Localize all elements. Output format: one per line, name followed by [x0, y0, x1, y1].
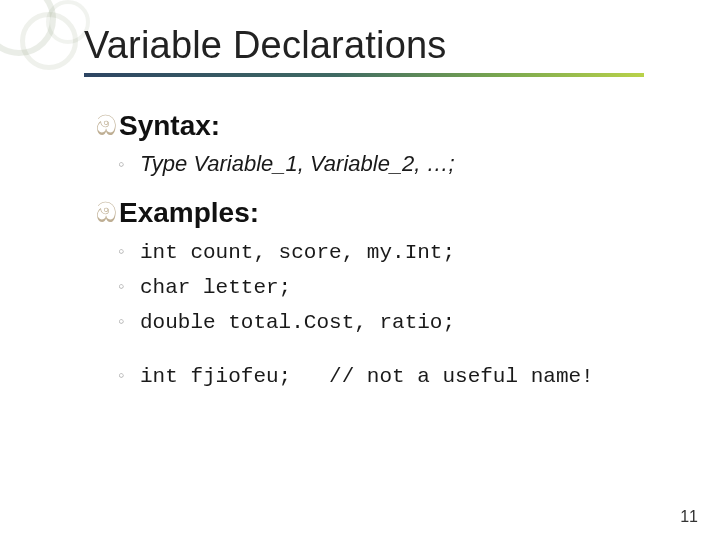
- example-line: ◦double total.Cost, ratio;: [118, 306, 680, 337]
- title-underline: [84, 73, 644, 77]
- sub-bullet-icon: ◦: [118, 274, 132, 299]
- sub-bullet-icon: ◦: [118, 239, 132, 264]
- example-code: double total.Cost, ratio;: [140, 311, 455, 334]
- example-bad-code: int fjiofeu;: [140, 365, 291, 388]
- heading-examples: ඔExamples:: [96, 197, 680, 230]
- sub-bullet-icon: ◦: [118, 152, 132, 176]
- example-code: char letter;: [140, 276, 291, 299]
- bullet-swirl-icon: ඔ: [96, 110, 117, 141]
- sub-bullet-icon: ◦: [118, 363, 132, 388]
- bullet-swirl-icon: ඔ: [96, 197, 117, 228]
- title-block: Variable Declarations: [84, 24, 680, 77]
- example-bad-line: ◦int fjiofeu; // not a useful name!: [118, 360, 680, 391]
- example-line: ◦char letter;: [118, 271, 680, 302]
- sub-bullet-icon: ◦: [118, 309, 132, 334]
- example-code: int count, score, my.Int;: [140, 241, 455, 264]
- heading-examples-text: Examples:: [119, 197, 259, 228]
- heading-syntax-text: Syntax:: [119, 110, 220, 141]
- slide: Variable Declarations ඔSyntax: ◦Type Var…: [0, 0, 720, 540]
- syntax-text: Type Variable_1, Variable_2, …;: [140, 151, 455, 176]
- slide-title: Variable Declarations: [84, 24, 680, 67]
- example-bad-comment: // not a useful name!: [329, 365, 594, 388]
- page-number: 11: [680, 508, 698, 526]
- heading-syntax: ඔSyntax:: [96, 110, 680, 143]
- content-area: ඔSyntax: ◦Type Variable_1, Variable_2, ……: [96, 110, 680, 395]
- syntax-line: ◦Type Variable_1, Variable_2, …;: [118, 149, 680, 179]
- example-line: ◦int count, score, my.Int;: [118, 236, 680, 267]
